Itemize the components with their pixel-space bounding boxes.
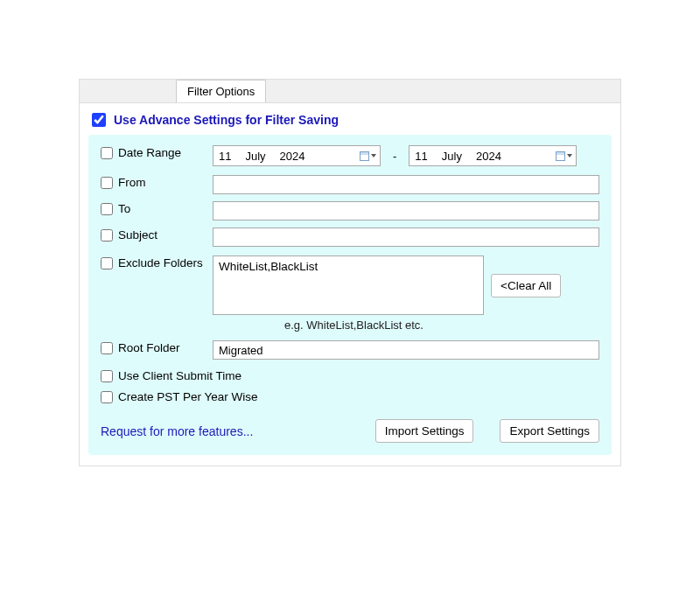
tab-filter-options[interactable]: Filter Options	[176, 80, 266, 102]
subject-label: Subject	[118, 228, 213, 242]
use-client-submit-checkbox[interactable]	[101, 370, 113, 382]
create-pst-year-row: Create PST Per Year Wise	[101, 389, 599, 403]
master-toggle-row: Use Advance Settings for Filter Saving	[88, 108, 612, 135]
date-range-checkbox[interactable]	[101, 147, 113, 159]
chevron-down-icon	[567, 154, 572, 158]
date-end-year: 2024	[476, 150, 501, 163]
filter-options-window: Filter Options Use Advance Settings for …	[79, 79, 621, 466]
import-settings-button[interactable]: Import Settings	[375, 419, 474, 443]
exclude-folders-checkbox[interactable]	[101, 257, 113, 270]
filter-body: Date Range 11 July 2024 -	[88, 135, 612, 455]
date-start-year: 2024	[280, 150, 305, 163]
exclude-folders-textarea[interactable]	[213, 256, 484, 315]
exclude-folders-label: Exclude Folders	[118, 256, 213, 270]
to-checkbox[interactable]	[101, 203, 113, 215]
export-settings-button[interactable]: Export Settings	[500, 419, 599, 443]
date-range-fields: 11 July 2024 - 11 July	[213, 145, 599, 166]
subject-row: Subject	[101, 228, 599, 247]
create-pst-year-label: Create PST Per Year Wise	[118, 389, 258, 403]
use-client-submit-row: Use Client Submit Time	[101, 368, 599, 382]
date-start-month: July	[245, 150, 265, 163]
request-features-link[interactable]: Request for more features...	[101, 424, 253, 438]
calendar-icon	[556, 151, 565, 161]
date-start-day: 11	[219, 150, 231, 163]
from-input[interactable]	[213, 175, 599, 194]
to-input[interactable]	[213, 201, 599, 220]
root-folder-row: Root Folder	[101, 340, 599, 360]
create-pst-year-checkbox[interactable]	[101, 391, 113, 403]
to-row: To	[101, 201, 599, 220]
to-label: To	[118, 201, 213, 215]
use-advance-settings-checkbox[interactable]	[92, 113, 106, 127]
from-label: From	[118, 175, 213, 189]
use-advance-settings-label: Use Advance Settings for Filter Saving	[114, 113, 339, 127]
use-client-submit-label: Use Client Submit Time	[118, 368, 242, 382]
from-row: From	[101, 175, 599, 194]
root-folder-input[interactable]	[213, 340, 599, 360]
date-end-picker[interactable]: 11 July 2024	[409, 145, 577, 166]
exclude-folders-hint: e.g. WhiteList,BlackList etc.	[284, 318, 599, 332]
date-range-row: Date Range 11 July 2024 -	[101, 145, 599, 166]
calendar-icon	[360, 151, 369, 161]
panel: Use Advance Settings for Filter Saving D…	[79, 103, 621, 466]
date-start-picker[interactable]: 11 July 2024	[213, 145, 381, 166]
root-folder-checkbox[interactable]	[101, 342, 113, 354]
subject-checkbox[interactable]	[101, 229, 113, 242]
chevron-down-icon	[371, 154, 376, 158]
tab-strip: Filter Options	[79, 79, 621, 103]
date-start-dropdown-icon[interactable]	[360, 151, 376, 161]
bottom-row: Request for more features... Import Sett…	[101, 419, 599, 443]
date-end-dropdown-icon[interactable]	[556, 151, 572, 161]
exclude-folders-row: Exclude Folders <Clear All	[101, 256, 599, 315]
date-end-day: 11	[415, 150, 427, 163]
from-checkbox[interactable]	[101, 177, 113, 189]
subject-input[interactable]	[213, 228, 599, 247]
root-folder-label: Root Folder	[118, 340, 213, 354]
date-end-month: July	[442, 150, 462, 163]
clear-all-button[interactable]: <Clear All	[491, 274, 561, 298]
date-range-label: Date Range	[118, 145, 213, 159]
date-range-separator: -	[388, 150, 402, 163]
